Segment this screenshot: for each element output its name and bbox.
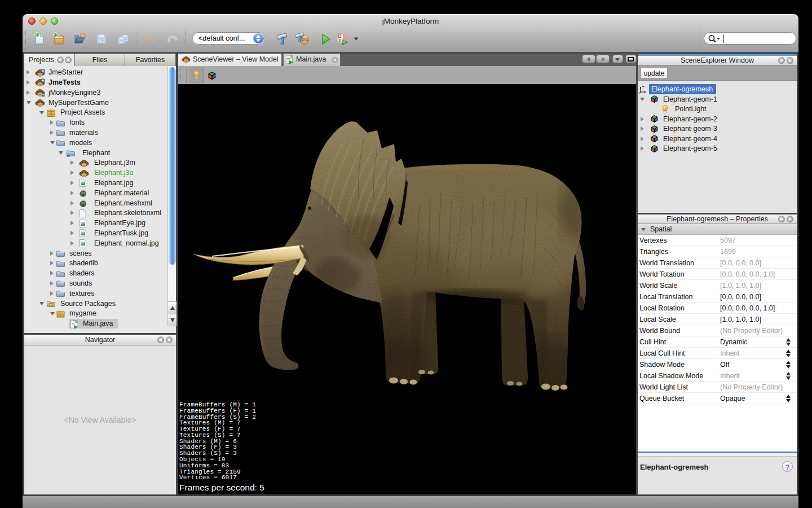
svg-text:3: 3 xyxy=(338,38,341,43)
